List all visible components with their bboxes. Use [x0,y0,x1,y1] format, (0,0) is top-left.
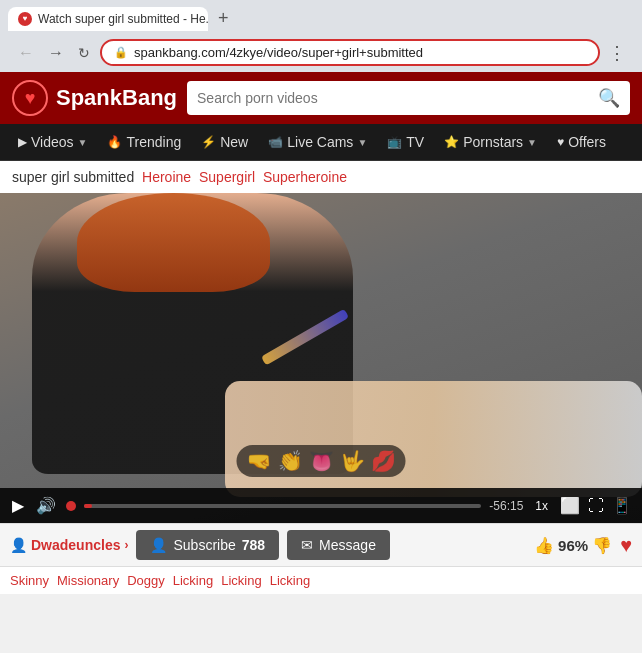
time-remaining: -56:15 [489,499,523,513]
message-label: Message [319,537,376,553]
footer-tags-bar: Skinny Missionary Doggy Licking Licking … [0,567,642,594]
message-icon: ✉ [301,537,313,553]
tag-missionary[interactable]: Missionary [57,573,119,588]
tag-licking2[interactable]: Licking [221,573,261,588]
video-title: super girl submitted [12,169,134,185]
volume-button[interactable]: 🔊 [34,494,58,517]
videos-dropdown-icon: ▼ [78,137,88,148]
search-input[interactable] [197,90,590,106]
tv-icon: 📺 [387,135,402,149]
channel-name-text: Dwadeuncles [31,537,120,553]
dislike-button[interactable]: 👎 [592,536,612,555]
lock-icon: 🔒 [114,46,128,59]
emoji-clap[interactable]: 👏 [278,449,303,473]
nav-label-new: New [220,134,248,150]
livecams-dropdown-icon: ▼ [357,137,367,148]
play-icon: ▶ [18,135,27,149]
volume-indicator [66,501,76,511]
emoji-kiss[interactable]: 💋 [371,449,396,473]
nav-item-livecams[interactable]: 📹 Live Cams ▼ [258,124,377,160]
nav-item-pornstars[interactable]: ⭐ Pornstars ▼ [434,124,547,160]
search-button[interactable]: 🔍 [598,87,620,109]
star-icon: ⭐ [444,135,459,149]
like-button[interactable]: 👍 [534,536,554,555]
figure-lying [225,381,642,497]
nav-item-new[interactable]: ⚡ New [191,124,258,160]
tag-supergirl[interactable]: Supergirl [199,169,255,185]
offers-heart-icon: ♥ [557,135,564,149]
back-button[interactable]: ← [14,42,38,64]
message-button[interactable]: ✉ Message [287,530,390,560]
logo-heart-icon: ♥ [12,80,48,116]
progress-fill [84,504,92,508]
video-controls-bar: ▶ 🔊 -56:15 1x ⬜ ⛶ 📱 [0,488,642,523]
nav-item-videos[interactable]: ▶ Videos ▼ [8,124,97,160]
forward-button[interactable]: → [44,42,68,64]
nav-item-trending[interactable]: 🔥 Trending [97,124,191,160]
nav-item-offers[interactable]: ♥ Offers [547,124,616,160]
browser-toolbar: ← → ↻ 🔒 spankbang.com/4zkye/video/super+… [8,35,634,72]
progress-bar[interactable] [84,504,481,508]
speed-button[interactable]: 1x [531,497,552,515]
video-tags-row: super girl submitted Heroine Supergirl S… [0,161,642,193]
tag-licking1[interactable]: Licking [173,573,213,588]
tag-skinny[interactable]: Skinny [10,573,49,588]
site-header: ♥ SpankBang 🔍 [0,72,642,124]
tag-licking3[interactable]: Licking [270,573,310,588]
reload-button[interactable]: ↻ [74,43,94,63]
channel-bar: 👤 Dwadeuncles › 👤 Subscribe 788 ✉ Messag… [0,523,642,567]
favorite-button[interactable]: ♥ [620,534,632,557]
nav-label-pornstars: Pornstars [463,134,523,150]
nav-item-tv[interactable]: 📺 TV [377,124,434,160]
browser-tab[interactable]: ♥ Watch super girl submitted - He... ✕ [8,7,208,31]
subscribe-label: Subscribe [173,537,235,553]
tab-favicon: ♥ [18,12,32,26]
nav-label-videos: Videos [31,134,74,150]
play-pause-button[interactable]: ▶ [10,494,26,517]
video-page: super girl submitted Heroine Supergirl S… [0,161,642,594]
search-bar: 🔍 [187,81,630,115]
rating-percent: 96% [558,537,588,554]
emoji-controls: 🤜 👏 👅 🤟 💋 [237,445,406,477]
subscribe-count: 788 [242,537,265,553]
trending-icon: 🔥 [107,135,122,149]
fullscreen-button[interactable]: ⛶ [588,497,604,515]
subscribe-button[interactable]: 👤 Subscribe 788 [136,530,279,560]
new-icon: ⚡ [201,135,216,149]
site-nav: ▶ Videos ▼ 🔥 Trending ⚡ New 📹 Live Cams … [0,124,642,161]
nav-label-trending: Trending [126,134,181,150]
channel-icon: 👤 [10,537,27,553]
address-bar[interactable]: 🔒 spankbang.com/4zkye/video/super+girl+s… [100,39,600,66]
emoji-love[interactable]: 🤟 [340,449,365,473]
livecams-icon: 📹 [268,135,283,149]
rating-area: 👍 96% 👎 [534,536,612,555]
nav-label-offers: Offers [568,134,606,150]
browser-chrome: ♥ Watch super girl submitted - He... ✕ +… [0,0,642,72]
nav-label-livecams: Live Cams [287,134,353,150]
channel-name[interactable]: 👤 Dwadeuncles › [10,537,128,553]
figure-hair [77,193,270,292]
tag-doggy[interactable]: Doggy [127,573,165,588]
tag-superheroine[interactable]: Superheroine [263,169,347,185]
video-player[interactable]: 🤜 👏 👅 🤟 💋 ▶ 🔊 -56:15 1x ⬜ ⛶ 📱 [0,193,642,523]
emoji-fist[interactable]: 🤜 [247,449,272,473]
url-text: spankbang.com/4zkye/video/super+girl+sub… [134,45,423,60]
browser-menu-button[interactable]: ⋮ [606,40,628,66]
new-tab-button[interactable]: + [212,6,235,31]
mobile-button[interactable]: 📱 [612,496,632,515]
emoji-tongue[interactable]: 👅 [309,449,334,473]
subscribe-icon: 👤 [150,537,167,553]
tab-title: Watch super girl submitted - He... [38,12,208,26]
pip-button[interactable]: ⬜ [560,496,580,515]
channel-arrow-icon: › [124,538,128,552]
pornstars-dropdown-icon: ▼ [527,137,537,148]
nav-label-tv: TV [406,134,424,150]
logo-area[interactable]: ♥ SpankBang [12,80,177,116]
logo-text: SpankBang [56,85,177,111]
tag-heroine[interactable]: Heroine [142,169,191,185]
